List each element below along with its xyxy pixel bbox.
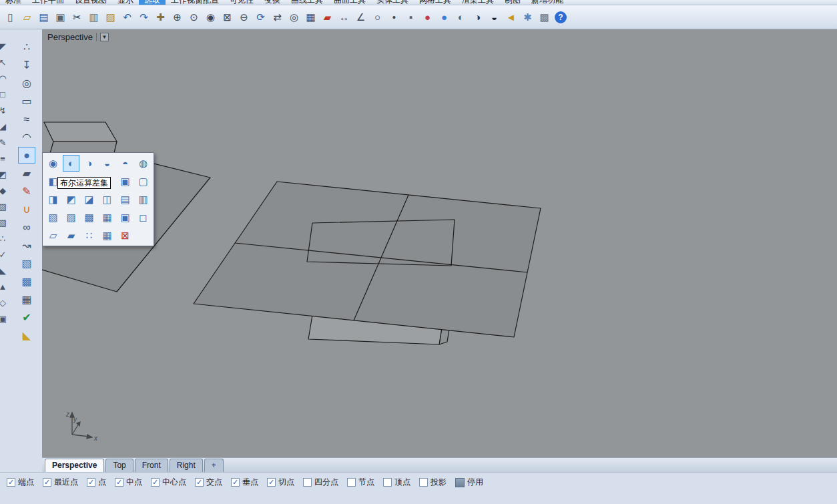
osnap-knot[interactable]: 节点 [347, 477, 374, 488]
redo-icon[interactable]: ↷ [135, 9, 152, 25]
open-file-icon[interactable]: ▱ [19, 9, 35, 25]
extrude-to-point-icon[interactable]: ◪ [81, 191, 97, 208]
lasso-select-icon[interactable]: ↖ [0, 55, 10, 69]
grid-snap-icon[interactable]: ▦ [302, 9, 319, 25]
boolean-two-objects-icon[interactable]: ◓ [117, 155, 133, 172]
magnet-osnap-icon[interactable]: ∪ [18, 201, 35, 218]
select-arrow-icon[interactable]: ◤ [0, 39, 10, 53]
annotate-pencil-icon[interactable]: ✎ [0, 136, 10, 150]
polyline-tool-icon[interactable]: ↯ [0, 103, 10, 117]
diamond-tool-icon[interactable]: ◆ [0, 184, 10, 198]
paste-icon[interactable]: ▨ [102, 9, 119, 25]
zoom-out-icon[interactable]: ⊖ [236, 9, 252, 25]
disable-toggle-icon[interactable] [455, 478, 465, 487]
ghosted-display-icon[interactable]: ◐ [453, 9, 469, 25]
toolbar-tab-render-tools[interactable]: 渲染工具 [457, 0, 499, 5]
osnap-mid[interactable]: 中点 [115, 477, 142, 488]
tab-right[interactable]: Right [170, 459, 203, 472]
angle-icon[interactable]: ∠ [352, 9, 369, 25]
pan-hand-icon[interactable]: ✚ [152, 9, 169, 25]
rotate-view-icon[interactable]: ⟳ [252, 9, 269, 25]
delete-face-icon[interactable]: ⊠ [117, 227, 133, 244]
flag-icon[interactable]: ◄ [503, 9, 519, 25]
copy-icon[interactable]: ▥ [85, 9, 102, 25]
radius-icon[interactable]: ○ [369, 9, 386, 25]
grid-table-icon[interactable]: ▩ [536, 9, 553, 25]
help-icon[interactable]: ? [555, 11, 567, 23]
toolbar-tab-standard[interactable]: 标准 [0, 0, 27, 5]
triangle-tool-icon[interactable]: ◢ [0, 119, 10, 134]
boolean-split-icon[interactable]: ◒ [99, 155, 115, 172]
osnap-disable[interactable]: 停用 [455, 477, 483, 488]
fold-face-icon[interactable]: ▩ [81, 209, 97, 226]
tab-front[interactable]: Front [135, 459, 168, 472]
extract-surface-icon[interactable]: ▣ [117, 173, 133, 190]
move-face-icon[interactable]: ▧ [45, 209, 61, 226]
zoom-target-icon[interactable]: ◎ [286, 9, 302, 25]
osnap-center[interactable]: 中心点 [151, 477, 186, 488]
osnap-int[interactable]: 交点 [195, 477, 222, 488]
lock-icon[interactable]: ▪ [402, 9, 419, 25]
shaded-display-icon[interactable]: ● [436, 9, 453, 25]
toolbar-tab-transform[interactable]: 变换 [259, 0, 286, 5]
solid-tools-icon[interactable]: ● [18, 147, 35, 164]
rendered-display-icon[interactable]: ◒ [486, 9, 503, 25]
osnap-perp[interactable]: 垂点 [231, 477, 258, 488]
eraser-wedge-icon[interactable]: ◣ [18, 327, 35, 344]
osnap-checkbox[interactable] [383, 478, 392, 487]
point-icon[interactable]: • [386, 9, 402, 25]
xray-display-icon[interactable]: ◑ [469, 9, 486, 25]
toolbar-tab-select[interactable]: 选取 [139, 0, 166, 5]
curve-tool-icon[interactable]: ◠ [0, 71, 10, 85]
osnap-quad[interactable]: 四分点 [303, 477, 338, 488]
viewport-canvas[interactable]: z y x [42, 29, 837, 457]
pan-view-icon[interactable]: ⇄ [269, 9, 286, 25]
toolbar-tab-drafting[interactable]: 制图 [499, 0, 526, 5]
main-plane-object[interactable] [194, 182, 541, 337]
solid-points-icon[interactable]: ▱ [45, 227, 61, 244]
analyze-icon[interactable]: ▰ [319, 9, 336, 25]
osnap-end[interactable]: 端点 [7, 477, 34, 488]
osnap-checkbox[interactable] [267, 478, 276, 487]
check-tool-icon[interactable]: ✓ [0, 248, 10, 262]
polysurface-icon[interactable]: ▩ [18, 273, 35, 290]
toolbar-tab-visibility[interactable]: 可见性 [224, 0, 259, 5]
circle-center-icon[interactable]: ◎ [18, 75, 35, 91]
grid-array-icon[interactable]: ▦ [99, 227, 115, 244]
arc-icon[interactable]: ◠ [18, 129, 35, 146]
flow-along-curve-icon[interactable]: ↝ [18, 237, 35, 254]
extrude-slab-icon[interactable]: ▰ [18, 165, 35, 182]
extrude-along-curve-icon[interactable]: ◩ [63, 191, 79, 208]
drop-line-icon[interactable]: ↧ [18, 57, 35, 73]
extrude-tapered-icon[interactable]: ◫ [99, 191, 115, 208]
osnap-checkbox[interactable] [419, 478, 428, 487]
tab-perspective[interactable]: Perspective [45, 459, 104, 472]
osnap-checkbox[interactable] [151, 478, 160, 487]
osnap-checkbox[interactable] [7, 478, 15, 487]
circle-pair-icon[interactable]: ∞ [18, 219, 35, 236]
gem-tool-icon[interactable]: ◇ [0, 296, 10, 310]
toolbar-tab-display[interactable]: 显示 [112, 0, 139, 5]
distance-icon[interactable]: ↔ [336, 9, 352, 25]
merge-face-icon[interactable]: ▦ [99, 209, 115, 226]
cone-tool-icon[interactable]: ▲ [0, 280, 10, 294]
zoom-window-icon[interactable]: ⊙ [186, 9, 202, 25]
viewport-title[interactable]: Perspective ▼ [47, 32, 109, 42]
boolean-intersection-icon[interactable]: ◑ [81, 155, 97, 172]
toolbar-tab-surface-tools[interactable]: 曲面工具 [328, 0, 371, 5]
cap-planar-holes-icon[interactable]: ▢ [135, 173, 152, 190]
create-solid-icon[interactable]: ◍ [135, 155, 152, 172]
toolbar-tab-set-view[interactable]: 设置视图 [69, 0, 112, 5]
osnap-checkbox[interactable] [43, 478, 51, 487]
dice-icon[interactable]: ∷ [81, 227, 97, 244]
point-cloud-icon[interactable]: ∴ [18, 39, 35, 55]
left-box-top-face[interactable] [44, 122, 117, 142]
tab-top[interactable]: Top [105, 459, 133, 472]
point-grid-icon[interactable]: ∴ [0, 232, 10, 246]
zoom-extents-icon[interactable]: ⊠ [219, 9, 236, 25]
pipe-icon[interactable]: ▥ [135, 191, 152, 208]
viewport-dropdown-icon[interactable]: ▼ [100, 33, 109, 41]
osnap-checkbox[interactable] [87, 478, 95, 487]
boolean-difference-icon[interactable]: ◐ [63, 155, 79, 172]
zoom-selected-icon[interactable]: ◉ [202, 9, 219, 25]
